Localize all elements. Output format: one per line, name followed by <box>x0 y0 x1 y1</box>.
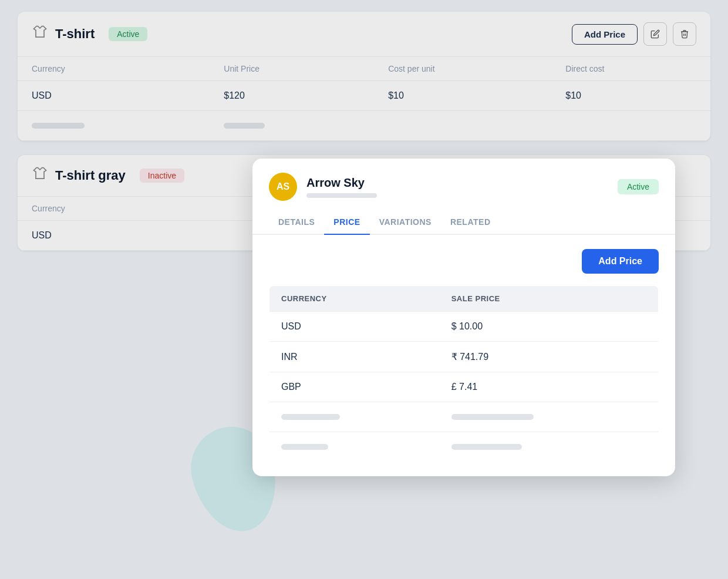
modal-status-badge: Active <box>618 179 659 194</box>
placeholder-bar-modal-1 <box>281 414 340 420</box>
tab-details[interactable]: DETAILS <box>269 210 324 235</box>
avatar: AS <box>269 173 297 201</box>
modal-title-area: Arrow Sky <box>306 176 608 198</box>
modal-price-table: CURRENCY SALE PRICE USD $ 10.00 INR ₹ 74… <box>269 285 659 462</box>
tab-variations[interactable]: VARIATIONS <box>370 210 441 235</box>
modal-col-currency: CURRENCY <box>269 286 440 312</box>
modal-price-row-0: USD $ 10.00 <box>269 312 659 342</box>
modal-add-price-button[interactable]: Add Price <box>582 249 659 274</box>
placeholder-bar-modal-4 <box>451 444 522 450</box>
modal-currency-1: INR <box>269 342 440 372</box>
modal-currency-2: GBP <box>269 372 440 402</box>
modal-price-row-1: INR ₹ 741.79 <box>269 342 659 372</box>
placeholder-bar-modal-2 <box>451 414 534 420</box>
modal-title: Arrow Sky <box>306 176 608 190</box>
modal-header: AS Arrow Sky Active <box>252 159 675 201</box>
modal-placeholder-row-1 <box>269 402 659 432</box>
tab-related[interactable]: RELATED <box>441 210 500 235</box>
modal-currency-0: USD <box>269 312 440 342</box>
modal-price-row-2: GBP £ 7.41 <box>269 372 659 402</box>
modal-placeholder-row-2 <box>269 432 659 462</box>
modal-tabs: DETAILS PRICE VARIATIONS RELATED <box>252 210 675 235</box>
modal-subtitle-bar <box>306 193 377 198</box>
modal-saleprice-0: $ 10.00 <box>440 312 659 342</box>
modal-actions: Add Price <box>269 249 659 274</box>
modal-panel: AS Arrow Sky Active DETAILS PRICE VARIAT… <box>252 159 675 476</box>
tab-price[interactable]: PRICE <box>324 210 369 235</box>
modal-body: Add Price CURRENCY SALE PRICE USD $ 10.0… <box>252 235 675 476</box>
modal-col-saleprice: SALE PRICE <box>440 286 659 312</box>
modal-saleprice-2: £ 7.41 <box>440 372 659 402</box>
modal-saleprice-1: ₹ 741.79 <box>440 342 659 372</box>
placeholder-bar-modal-3 <box>281 444 328 450</box>
